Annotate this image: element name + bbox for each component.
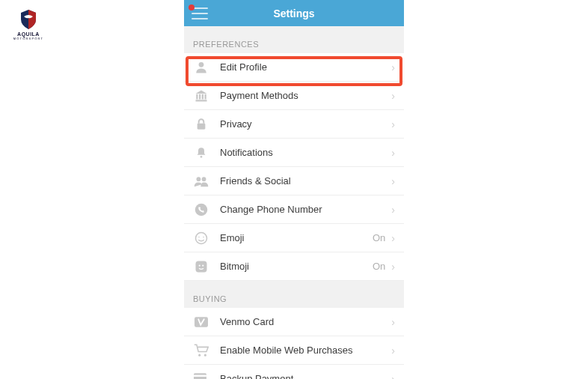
svg-point-10 [195, 203, 208, 216]
svg-rect-1 [196, 94, 197, 99]
notification-dot-icon [189, 4, 195, 10]
bell-icon [193, 145, 209, 161]
row-label: Payment Methods [220, 90, 391, 101]
svg-point-15 [199, 264, 200, 266]
menu-button[interactable] [192, 7, 208, 19]
svg-rect-14 [196, 261, 207, 272]
cart-icon [193, 342, 209, 359]
svg-point-8 [197, 177, 201, 181]
eagle-shield-icon [19, 9, 37, 30]
brand-logo: AQUILA MOTORSPORT [10, 9, 46, 40]
chevron-right-icon: › [391, 61, 395, 73]
preferences-list: Edit Profile › Payment Methods › Privacy… [184, 53, 404, 281]
chevron-right-icon: › [391, 118, 395, 130]
svg-rect-6 [197, 123, 206, 129]
row-bitmoji[interactable]: Bitmoji On › [184, 252, 404, 281]
backup-icon [193, 371, 209, 380]
row-value: On [373, 261, 385, 272]
row-label: Privacy [220, 118, 391, 130]
chevron-right-icon: › [391, 90, 395, 102]
svg-point-12 [198, 236, 200, 237]
row-label: Change Phone Number [220, 204, 391, 215]
person-icon [193, 59, 209, 76]
row-edit-profile[interactable]: Edit Profile › [184, 53, 404, 82]
row-privacy[interactable]: Privacy › [184, 110, 404, 139]
svg-point-11 [196, 232, 207, 243]
people-icon [193, 173, 209, 190]
svg-rect-4 [205, 94, 206, 99]
svg-point-16 [202, 264, 203, 266]
row-label: Notifications [220, 147, 391, 158]
emoji-icon [193, 230, 209, 246]
chevron-right-icon: › [391, 204, 395, 216]
chevron-right-icon: › [391, 232, 395, 244]
row-label: Edit Profile [220, 61, 391, 73]
brand-sub: MOTORSPORT [10, 37, 46, 40]
lock-icon [193, 116, 209, 133]
row-backup-payment[interactable]: Backup Payment › [184, 365, 404, 379]
svg-rect-21 [194, 375, 206, 376]
page-title: Settings [273, 7, 314, 19]
row-label: Enable Mobile Web Purchases [220, 345, 391, 356]
buying-list: Venmo Card › Enable Mobile Web Purchases… [184, 308, 404, 379]
svg-rect-17 [195, 317, 208, 327]
chevron-right-icon: › [391, 345, 395, 357]
bitmoji-icon [193, 258, 209, 275]
svg-point-7 [200, 156, 203, 158]
row-value: On [373, 232, 385, 243]
svg-rect-3 [202, 94, 203, 99]
row-emoji[interactable]: Emoji On › [184, 224, 404, 252]
svg-point-19 [204, 354, 206, 356]
svg-point-13 [203, 236, 204, 237]
row-label: Venmo Card [220, 316, 391, 327]
row-label: Bitmoji [220, 261, 373, 272]
row-label: Emoji [220, 232, 373, 243]
section-header-buying: BUYING [184, 281, 404, 308]
chevron-right-icon: › [391, 261, 395, 273]
settings-screen: Settings PREFERENCES Edit Profile › Paym… [184, 0, 404, 379]
svg-rect-2 [199, 94, 200, 99]
row-change-phone[interactable]: Change Phone Number › [184, 195, 404, 224]
row-enable-mobile-web[interactable]: Enable Mobile Web Purchases › [184, 336, 404, 365]
svg-rect-5 [196, 100, 207, 101]
chevron-right-icon: › [391, 316, 395, 328]
chevron-right-icon: › [391, 373, 395, 380]
phone-icon [193, 201, 209, 218]
chevron-right-icon: › [391, 175, 395, 187]
section-header-preferences: PREFERENCES [184, 26, 404, 53]
bank-icon [193, 88, 209, 104]
svg-point-9 [202, 177, 206, 181]
row-label: Friends & Social [220, 175, 391, 187]
row-label: Backup Payment [220, 373, 391, 379]
row-notifications[interactable]: Notifications › [184, 139, 404, 167]
chevron-right-icon: › [391, 147, 395, 159]
brand-name: AQUILA [10, 31, 46, 37]
app-header: Settings [184, 0, 404, 26]
svg-point-0 [199, 61, 204, 67]
row-venmo-card[interactable]: Venmo Card › [184, 308, 404, 336]
v-card-icon [193, 314, 209, 330]
svg-point-18 [198, 354, 200, 356]
row-friends-social[interactable]: Friends & Social › [184, 167, 404, 195]
row-payment-methods[interactable]: Payment Methods › [184, 82, 404, 110]
